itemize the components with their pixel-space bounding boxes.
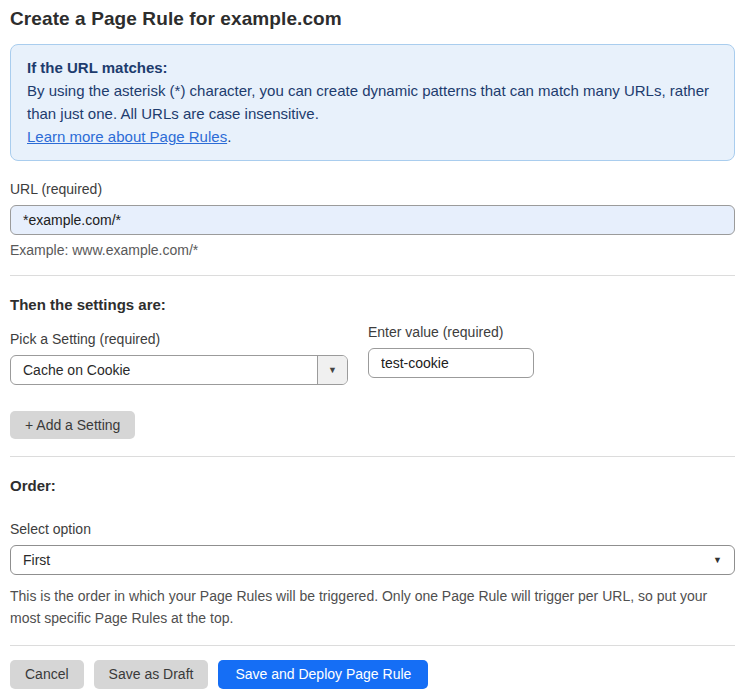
save-and-deploy-button[interactable]: Save and Deploy Page Rule	[218, 660, 428, 689]
setting-value-column: Enter value (required)	[368, 313, 534, 378]
setting-select-label: Pick a Setting (required)	[10, 331, 348, 347]
chevron-down-icon: ▼	[328, 365, 337, 375]
order-help-text: This is the order in which your Page Rul…	[10, 585, 730, 629]
order-select[interactable]: First	[10, 545, 735, 575]
divider	[10, 645, 735, 646]
settings-row: Pick a Setting (required) Cache on Cooki…	[10, 313, 735, 385]
page-title: Create a Page Rule for example.com	[10, 8, 735, 30]
info-box-heading: If the URL matches:	[27, 56, 718, 79]
link-period: .	[227, 128, 231, 145]
add-setting-button[interactable]: + Add a Setting	[10, 411, 135, 439]
setting-select-column: Pick a Setting (required) Cache on Cooki…	[10, 313, 348, 385]
order-select-wrap: First ▼	[10, 545, 735, 575]
divider	[10, 275, 735, 276]
setting-select-value: Cache on Cookie	[11, 356, 317, 384]
learn-more-link[interactable]: Learn more about Page Rules	[27, 128, 227, 145]
cancel-button[interactable]: Cancel	[10, 660, 84, 689]
url-input[interactable]	[10, 205, 735, 235]
actions-row: Cancel Save as Draft Save and Deploy Pag…	[10, 660, 735, 689]
setting-select[interactable]: Cache on Cookie ▼	[10, 355, 348, 385]
info-box-link-line: Learn more about Page Rules.	[27, 125, 718, 148]
url-match-info-box: If the URL matches: By using the asteris…	[10, 44, 735, 161]
setting-select-arrow-button[interactable]: ▼	[317, 356, 347, 384]
setting-value-label: Enter value (required)	[368, 324, 534, 340]
url-field-label: URL (required)	[10, 181, 735, 197]
order-select-label: Select option	[10, 521, 735, 537]
info-box-body: By using the asterisk (*) character, you…	[27, 79, 718, 125]
chevron-down-icon: ▼	[713, 555, 722, 565]
order-section-heading: Order:	[10, 477, 735, 494]
save-as-draft-button[interactable]: Save as Draft	[94, 660, 209, 689]
url-example-text: Example: www.example.com/*	[10, 242, 735, 258]
settings-section-heading: Then the settings are:	[10, 296, 735, 313]
divider	[10, 456, 735, 457]
setting-value-input[interactable]	[368, 348, 534, 378]
